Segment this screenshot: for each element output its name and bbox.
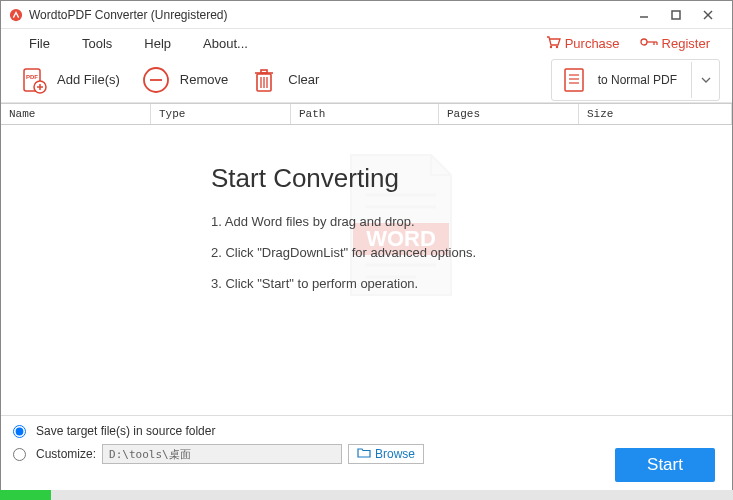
svg-rect-24 [565, 69, 583, 91]
close-button[interactable] [692, 5, 724, 25]
column-size[interactable]: Size [579, 104, 732, 124]
add-file-button[interactable]: PDF Add File(s) [13, 60, 132, 100]
output-mode-button[interactable]: to Normal PDF [552, 60, 691, 100]
svg-rect-2 [672, 11, 680, 19]
register-label: Register [662, 36, 710, 51]
svg-point-6 [555, 45, 557, 47]
save-source-row: Save target file(s) in source folder [13, 424, 720, 438]
progress-fill [0, 490, 51, 500]
register-link[interactable]: Register [630, 32, 720, 55]
clear-label: Clear [288, 72, 319, 87]
titlebar: WordtoPDF Converter (Unregistered) [1, 1, 732, 29]
cart-icon [545, 35, 561, 52]
path-field[interactable] [102, 444, 342, 464]
output-mode-label: to Normal PDF [598, 73, 677, 87]
empty-heading: Start Converting [211, 163, 591, 194]
progress-bar [0, 490, 733, 500]
menu-about[interactable]: About... [187, 32, 264, 55]
folder-icon [357, 447, 371, 461]
empty-step-3: 3. Click "Start" to perform operation. [211, 276, 591, 291]
remove-icon [140, 64, 172, 96]
column-path[interactable]: Path [291, 104, 439, 124]
empty-state: Start Converting 1. Add Word files by dr… [211, 163, 591, 307]
svg-point-0 [10, 8, 22, 20]
app-icon [9, 8, 23, 22]
svg-point-5 [549, 45, 551, 47]
customize-label: Customize: [36, 447, 96, 461]
key-icon [640, 36, 658, 51]
customize-radio[interactable] [13, 448, 26, 461]
column-type[interactable]: Type [151, 104, 291, 124]
bottom-panel: Save target file(s) in source folder Cus… [1, 415, 732, 474]
minimize-button[interactable] [628, 5, 660, 25]
pdf-doc-icon [558, 64, 590, 96]
purchase-label: Purchase [565, 36, 620, 51]
menu-file[interactable]: File [13, 32, 66, 55]
empty-step-1: 1. Add Word files by drag and drop. [211, 214, 591, 229]
table-header: Name Type Path Pages Size [1, 103, 732, 125]
column-pages[interactable]: Pages [439, 104, 579, 124]
purchase-link[interactable]: Purchase [535, 31, 630, 56]
toolbar: PDF Add File(s) Remove Clear to Normal P… [1, 57, 732, 103]
menu-help[interactable]: Help [128, 32, 187, 55]
output-mode-group: to Normal PDF [551, 59, 720, 101]
output-mode-dropdown[interactable] [691, 62, 719, 98]
clear-button[interactable]: Clear [244, 60, 331, 100]
browse-button[interactable]: Browse [348, 444, 424, 464]
trash-icon [248, 64, 280, 96]
svg-rect-20 [261, 70, 267, 73]
chevron-down-icon [701, 77, 711, 83]
browse-label: Browse [375, 447, 415, 461]
add-file-icon: PDF [17, 64, 49, 96]
remove-label: Remove [180, 72, 228, 87]
save-source-radio[interactable] [13, 425, 26, 438]
menu-tools[interactable]: Tools [66, 32, 128, 55]
svg-point-7 [641, 39, 647, 45]
column-name[interactable]: Name [1, 104, 151, 124]
window-title: WordtoPDF Converter (Unregistered) [29, 8, 628, 22]
maximize-button[interactable] [660, 5, 692, 25]
customize-row: Customize: Browse [13, 444, 720, 464]
start-button[interactable]: Start [615, 448, 715, 482]
svg-text:PDF: PDF [26, 74, 38, 80]
remove-button[interactable]: Remove [136, 60, 240, 100]
menubar: File Tools Help About... Purchase Regist… [1, 29, 732, 57]
add-file-label: Add File(s) [57, 72, 120, 87]
content-area[interactable]: WORD Start Converting 1. Add Word files … [1, 125, 732, 415]
empty-step-2: 2. Click "DragDownList" for advanced opt… [211, 245, 591, 260]
save-source-label: Save target file(s) in source folder [36, 424, 215, 438]
